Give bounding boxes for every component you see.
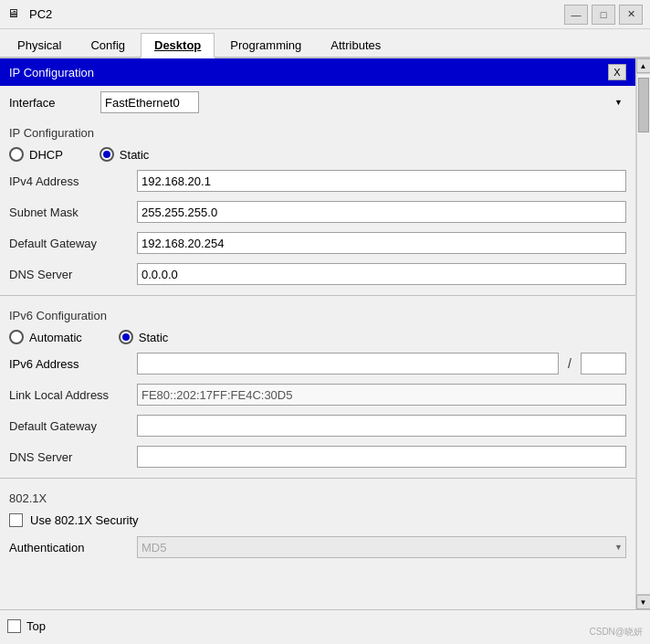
use-8021x-label: Use 802.1X Security	[30, 513, 139, 527]
watermark: CSDN@晓妍	[590, 626, 644, 639]
ipv6-gateway-input[interactable]	[137, 415, 626, 437]
ipv6-address-row: IPv6 Address /	[0, 348, 635, 379]
link-local-label: Link Local Address	[9, 388, 128, 402]
ipv6-gateway-label: Default Gateway	[9, 419, 128, 433]
interface-label: Interface	[9, 96, 82, 110]
form-area: IP Configuration X Interface FastEtherne…	[0, 58, 635, 609]
top-checkbox-row[interactable]: Top	[7, 619, 46, 633]
ip-config-section-header: IP Configuration	[0, 119, 635, 143]
auth-select-wrapper: MD5	[137, 536, 626, 558]
ipv6-dns-row: DNS Server	[0, 441, 635, 472]
minimize-button[interactable]: —	[564, 5, 588, 25]
ipv6-dns-input[interactable]	[137, 446, 626, 468]
tab-physical[interactable]: Physical	[4, 33, 75, 57]
ip-config-close-button[interactable]: X	[608, 64, 626, 80]
dhcp-radio[interactable]: DHCP	[9, 147, 63, 162]
dhcp-radio-circle	[9, 147, 24, 162]
tab-attributes[interactable]: Attributes	[317, 33, 394, 57]
authentication-label: Authentication	[9, 541, 128, 554]
static-label: Static	[120, 148, 150, 162]
scrollbar-thumb[interactable]	[638, 78, 649, 132]
use-8021x-checkbox[interactable]	[9, 513, 23, 527]
ip-radio-row: DHCP Static	[0, 143, 635, 165]
window-icon: 🖥	[7, 6, 24, 23]
scrollbar-up-button[interactable]: ▲	[636, 58, 651, 73]
title-bar: 🖥 PC2 — □ ✕	[0, 0, 650, 29]
ipv6-automatic-radio[interactable]: Automatic	[9, 330, 82, 344]
authentication-select[interactable]: MD5	[137, 536, 626, 558]
dns-server-label: DNS Server	[9, 268, 128, 281]
default-gateway-input[interactable]	[137, 232, 626, 254]
ipv6-static-radio[interactable]: Static	[119, 330, 169, 344]
ipv6-automatic-radio-circle	[9, 330, 24, 344]
divider-2	[0, 478, 635, 479]
8021x-section-header: 802.1X	[0, 484, 635, 509]
ipv6-static-label: Static	[139, 331, 169, 344]
ipv6-address-input[interactable]	[137, 353, 559, 375]
tab-config[interactable]: Config	[77, 33, 139, 57]
top-label: Top	[26, 619, 46, 633]
bottom-bar: Top CSDN@晓妍	[0, 609, 650, 642]
ipv6-automatic-label: Automatic	[29, 331, 82, 344]
interface-row: Interface FastEthernet0	[0, 86, 635, 119]
scrollbar-track[interactable]	[636, 73, 651, 595]
use-8021x-row: Use 802.1X Security	[0, 509, 635, 532]
ip-config-title: IP Configuration	[9, 66, 94, 79]
subnet-mask-input[interactable]	[137, 201, 626, 223]
ipv6-address-label: IPv6 Address	[9, 357, 128, 371]
link-local-row: Link Local Address	[0, 379, 635, 410]
subnet-mask-row: Subnet Mask	[0, 196, 635, 227]
scrollbar-down-button[interactable]: ▼	[636, 595, 651, 609]
authentication-row: Authentication MD5	[0, 532, 635, 563]
top-checkbox[interactable]	[7, 619, 21, 633]
maximize-button[interactable]: □	[592, 5, 615, 25]
ipv6-dns-label: DNS Server	[9, 450, 128, 464]
dhcp-label: DHCP	[29, 148, 63, 162]
interface-select-wrapper: FastEthernet0	[100, 91, 626, 113]
default-gateway-row: Default Gateway	[0, 227, 635, 259]
ipv6-prefix-input[interactable]	[581, 353, 626, 375]
ipv4-address-label: IPv4 Address	[9, 174, 128, 188]
ip-config-header: IP Configuration X	[0, 58, 635, 86]
tab-desktop[interactable]: Desktop	[141, 33, 215, 58]
default-gateway-label: Default Gateway	[9, 237, 128, 250]
window-controls: — □ ✕	[564, 5, 643, 25]
ipv6-static-radio-circle	[119, 330, 133, 344]
tab-bar: Physical Config Desktop Programming Attr…	[0, 29, 650, 58]
window-title: PC2	[29, 7, 564, 21]
close-button[interactable]: ✕	[619, 5, 643, 25]
ipv6-config-section-header: IPv6 Configuration	[0, 301, 635, 326]
ipv4-address-input[interactable]	[137, 170, 626, 192]
tab-programming[interactable]: Programming	[216, 33, 315, 57]
content-wrapper: IP Configuration X Interface FastEtherne…	[0, 58, 650, 609]
ipv4-address-row: IPv4 Address	[0, 165, 635, 196]
dns-server-input[interactable]	[137, 263, 626, 285]
divider-1	[0, 295, 635, 296]
ipv6-radio-row: Automatic Static	[0, 326, 635, 348]
dns-server-row: DNS Server	[0, 259, 635, 290]
static-radio-circle	[100, 147, 114, 162]
static-radio[interactable]: Static	[100, 147, 150, 162]
scrollbar: ▲ ▼	[635, 58, 650, 609]
ipv6-gateway-row: Default Gateway	[0, 410, 635, 441]
subnet-mask-label: Subnet Mask	[9, 206, 128, 219]
interface-select[interactable]: FastEthernet0	[100, 91, 199, 113]
ipv6-slash: /	[568, 356, 571, 371]
link-local-input[interactable]	[137, 384, 626, 406]
